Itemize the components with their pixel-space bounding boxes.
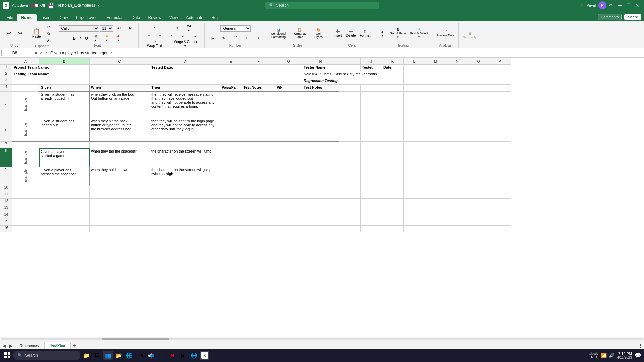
taskbar-app1-icon[interactable]: 📬 — [146, 351, 156, 358]
cell-F9[interactable] — [242, 167, 275, 185]
col-header-G[interactable]: G — [275, 58, 302, 65]
cell-O2[interactable] — [468, 71, 489, 78]
indent-decrease-button[interactable]: ⇤ — [178, 33, 189, 39]
search-box[interactable]: 🔍 — [265, 2, 379, 9]
cell-D4[interactable]: Then — [150, 85, 220, 92]
borders-button[interactable]: ⊞▾ — [90, 33, 101, 43]
cell-O1[interactable] — [468, 65, 489, 71]
cell-F3[interactable] — [242, 78, 275, 85]
tab-formulas[interactable]: Formulas — [103, 14, 127, 21]
cell-D1[interactable]: Tested Date: — [150, 65, 220, 71]
dropdown-icon[interactable]: ▾ — [98, 4, 99, 7]
formula-input[interactable] — [49, 50, 643, 56]
cell-H1[interactable]: Tester Name: — [302, 65, 339, 71]
increase-font-button[interactable]: A↑ — [114, 25, 125, 31]
col-header-F[interactable]: F — [242, 58, 275, 65]
tab-next-button[interactable]: ▶ — [8, 343, 14, 348]
cell-D3[interactable] — [150, 78, 220, 85]
cell-K7[interactable] — [382, 142, 404, 148]
taskbar-filemanager-icon[interactable]: 📂 — [114, 351, 123, 358]
insert-cells-button[interactable]: ➕ Insert — [332, 28, 344, 38]
sort-filter-button[interactable]: ⇅ Sort & Filter▾ — [388, 27, 408, 40]
cell-C7[interactable] — [90, 142, 150, 148]
bold-button[interactable]: B — [71, 35, 77, 41]
taskbar-mcafee-icon[interactable]: 🛡 — [157, 351, 166, 358]
cell-G4[interactable]: P/F — [275, 85, 302, 92]
col-header-A[interactable]: A — [12, 58, 39, 65]
col-header-N[interactable]: N — [446, 58, 468, 65]
sheet-tab-testplan[interactable]: TestPlan — [44, 342, 71, 349]
cell-M7[interactable] — [425, 142, 446, 148]
save-icon[interactable]: 💾 — [48, 2, 54, 9]
cell-B3[interactable] — [39, 78, 90, 85]
cell-M9[interactable] — [425, 167, 446, 185]
cell-C3[interactable] — [90, 78, 150, 85]
taskbar-search[interactable]: 🔍 Search — [13, 351, 80, 358]
cell-F7[interactable] — [242, 142, 275, 148]
currency-button[interactable]: $▾ — [207, 35, 218, 41]
cell-F2[interactable] — [242, 71, 275, 78]
cell-J5[interactable] — [361, 92, 382, 118]
cell-C4[interactable]: When — [90, 85, 150, 92]
autosave-toggle-btn[interactable] — [30, 3, 39, 8]
scrollbar-thumb[interactable] — [102, 338, 169, 340]
cell-J1[interactable]: Tested — [361, 65, 382, 71]
cell-M4[interactable] — [425, 85, 446, 92]
format-as-table-button[interactable]: 📋 Format as Table — [289, 27, 310, 40]
indent-increase-button[interactable]: ⇥ — [189, 33, 200, 39]
cell-N2[interactable] — [446, 71, 468, 78]
cell-D6[interactable]: then they will be sent to the login page… — [150, 118, 220, 142]
notification-icon[interactable]: 💬 — [635, 352, 641, 358]
underline-button[interactable]: U — [83, 35, 90, 41]
cell-O4[interactable] — [468, 85, 489, 92]
cell-J9[interactable] — [361, 167, 382, 185]
confirm-icon[interactable]: ✓ — [39, 50, 43, 56]
cell-A8[interactable]: Example — [12, 148, 39, 167]
tab-insert[interactable]: Insert — [37, 14, 55, 21]
paste-button[interactable]: 📋 Paste — [31, 23, 43, 44]
cell-P6[interactable] — [489, 118, 511, 142]
cell-I7[interactable] — [339, 142, 361, 148]
tab-page-layout[interactable]: Page Layout — [72, 14, 103, 21]
cell-E2[interactable] — [220, 71, 242, 78]
font-name-select[interactable]: Calibri — [59, 25, 99, 32]
minimize-button[interactable]: ─ — [616, 2, 624, 9]
align-bottom-button[interactable]: ⊻ — [172, 25, 183, 31]
cell-P7[interactable] — [489, 142, 511, 148]
cell-B7[interactable] — [39, 142, 90, 148]
redo-button[interactable]: ↪ — [15, 29, 25, 37]
tab-prev-button[interactable]: ◀ — [1, 343, 8, 348]
cell-L2[interactable] — [404, 71, 425, 78]
taskbar-excel-icon[interactable]: X — [200, 351, 209, 358]
conditional-formatting-button[interactable]: 📊 Conditional Formatting — [269, 27, 289, 40]
cell-D9[interactable]: the character on the screen will jump tw… — [150, 167, 220, 185]
format-painter-button[interactable]: 🖌 — [43, 37, 54, 43]
taskbar-edge-icon[interactable]: 🌐 — [125, 351, 134, 358]
cell-K1[interactable]: Date: — [382, 65, 404, 71]
cancel-icon[interactable]: ✕ — [34, 50, 38, 56]
cell-G8[interactable] — [275, 148, 302, 167]
cell-L3[interactable] — [404, 78, 425, 85]
sensitivity-button[interactable]: 🔒 Sensitivity — [461, 31, 478, 40]
wrap-text-button[interactable]: ↵ Wrap Text — [141, 39, 168, 49]
undo-button[interactable]: ↩ — [3, 29, 14, 37]
cell-F6[interactable] — [242, 118, 275, 142]
col-header-I[interactable]: I — [339, 58, 361, 65]
cell-E7[interactable] — [220, 142, 242, 148]
cell-K4[interactable] — [382, 85, 404, 92]
cell-P9[interactable] — [489, 167, 511, 185]
cell-L9[interactable] — [404, 167, 425, 185]
cell-I9[interactable] — [339, 167, 361, 185]
cell-G2[interactable] — [275, 71, 302, 78]
cell-A9[interactable]: Example — [12, 167, 39, 185]
cell-K8[interactable] — [382, 148, 404, 167]
name-box[interactable] — [1, 50, 28, 56]
share-button[interactable]: Share — [624, 14, 641, 20]
cell-I6[interactable] — [339, 118, 361, 142]
col-header-B[interactable]: B — [39, 58, 90, 65]
cell-E3[interactable] — [220, 78, 242, 85]
cell-A1[interactable]: Project Team Name: — [12, 65, 39, 71]
cell-P2[interactable] — [489, 71, 511, 78]
cell-N1[interactable] — [446, 65, 468, 71]
cell-N8[interactable] — [446, 148, 468, 167]
